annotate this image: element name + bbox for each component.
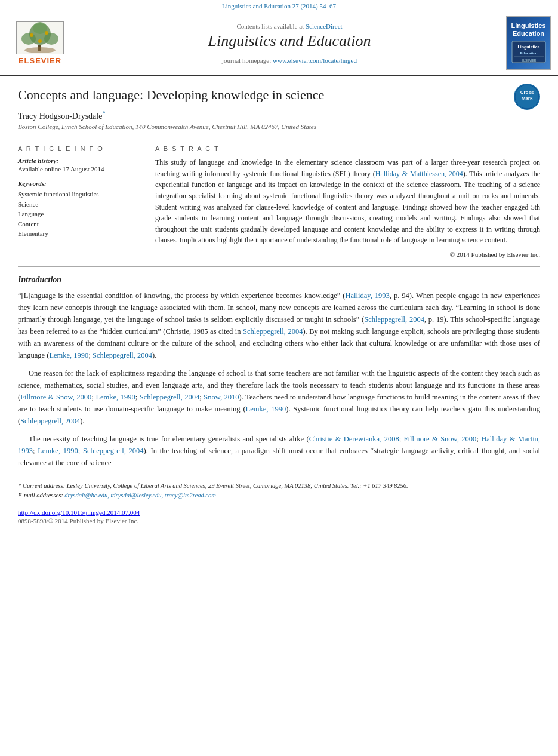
abstract-heading: A B S T R A C T: [155, 145, 540, 152]
abstract-column: A B S T R A C T This study of language a…: [143, 145, 540, 258]
keyword-item: Language: [18, 209, 134, 219]
available-online: Available online 17 August 2014: [18, 165, 134, 173]
ref-schleppegrell-2004a[interactable]: Schleppegrell, 2004: [364, 315, 424, 324]
email-links[interactable]: drysdalt@bc.edu, tdrysdal@lesley.edu, tr…: [64, 492, 215, 499]
section-divider: [18, 266, 540, 267]
article-history-label: Article history:: [18, 157, 134, 164]
introduction-heading: Introduction: [18, 275, 540, 285]
copyright-line: © 2014 Published by Elsevier Inc.: [155, 251, 540, 258]
svg-point-6: [45, 31, 48, 35]
svg-point-2: [21, 33, 36, 45]
contents-available-text: Contents lists available at: [236, 23, 304, 30]
sciencedirect-link-anchor[interactable]: ScienceDirect: [306, 23, 343, 30]
footnote-note: * Current address: Lesley University, Co…: [18, 483, 408, 489]
ref-lemke-1990a[interactable]: Lemke, 1990: [49, 351, 88, 359]
intro-para3: The necessity of teaching language is tr…: [18, 433, 540, 469]
ref-schleppegrell-2004c[interactable]: Schleppegrell, 2004: [93, 351, 152, 359]
footnote-area: * Current address: Lesley University, Co…: [0, 475, 558, 500]
ref-fillmore-snow-2000b[interactable]: Fillmore & Snow, 2000: [404, 435, 477, 443]
article-info-column: A R T I C L E I N F O Article history: A…: [18, 145, 143, 258]
author-name-text: Tracy Hodgson-Drysdale: [18, 111, 102, 120]
doi-anchor[interactable]: http://dx.doi.org/10.1016/j.linged.2014.…: [18, 509, 140, 516]
svg-text:ELSEVIER: ELSEVIER: [521, 59, 536, 62]
crossmark-circle: Cross Mark: [514, 84, 540, 110]
elsevier-wordmark: ELSEVIER: [19, 56, 61, 65]
abstract-body: This study of language and knowledge in …: [155, 158, 540, 244]
elsevier-logo: ELSEVIER: [7, 21, 73, 65]
email-label: E-mail addresses:: [18, 492, 63, 499]
svg-text:Education: Education: [520, 51, 537, 55]
volume-text: Linguistics and Education 27 (2014) 54–6…: [222, 2, 336, 10]
ref-halliday-1993[interactable]: Halliday, 1993: [346, 291, 390, 300]
keywords-label: Keywords:: [18, 180, 134, 187]
keyword-item: Science: [18, 199, 134, 210]
keyword-item: Content: [18, 219, 134, 229]
article-title: Concepts and language: Developing knowle…: [18, 87, 540, 104]
journal-volume-info: Linguistics and Education 27 (2014) 54–6…: [0, 0, 558, 11]
svg-text:Mark: Mark: [522, 96, 533, 101]
footnote-text: * Current address: Lesley University, Co…: [18, 481, 540, 500]
ref-snow-2010[interactable]: Snow, 2010: [204, 393, 239, 401]
svg-point-3: [44, 33, 58, 45]
abstract-text: This study of language and knowledge in …: [155, 157, 540, 246]
keywords-list: Systemic functional linguisticsScienceLa…: [18, 189, 134, 239]
keyword-item: Elementary: [18, 229, 134, 239]
cover-title: Linguistics Education: [511, 22, 545, 38]
ref-lemke-1990c[interactable]: Lemke, 1990: [246, 405, 286, 413]
ref-lemke-1990d[interactable]: Lemke, 1990: [38, 447, 78, 455]
issn-text: 0898-5898/© 2014 Published by Elsevier I…: [18, 517, 540, 524]
ref-schleppegrell-2004f[interactable]: Schleppegrell, 2004: [83, 447, 144, 455]
journal-center: Contents lists available at ScienceDirec…: [79, 23, 500, 64]
journal-homepage: journal homepage: www.elsevier.com/locat…: [85, 54, 494, 64]
svg-point-7: [38, 39, 42, 43]
intro-para2: One reason for the lack of explicitness …: [18, 367, 540, 427]
ref-schleppegrell-2004d[interactable]: Schleppegrell, 2004: [140, 393, 199, 401]
ref-schleppegrell-2004b[interactable]: Schleppegrell, 2004: [243, 327, 303, 336]
svg-text:Linguistics: Linguistics: [517, 45, 539, 50]
ref-lemke-1990b[interactable]: Lemke, 1990: [95, 393, 135, 401]
page-footer: http://dx.doi.org/10.1016/j.linged.2014.…: [0, 504, 558, 530]
keyword-item: Systemic functional linguistics: [18, 189, 134, 199]
author-name: Tracy Hodgson-Drysdale*: [18, 110, 540, 121]
ref-christie-derewianka-2008[interactable]: Christie & Derewianka, 2008: [309, 435, 399, 443]
crossmark-badge: Cross Mark: [514, 84, 540, 110]
two-col-section: A R T I C L E I N F O Article history: A…: [18, 139, 540, 258]
affiliation: Boston College, Lynch School of Educatio…: [18, 123, 540, 130]
elsevier-tree-image: [16, 21, 64, 54]
homepage-url[interactable]: www.elsevier.com/locate/linged: [273, 57, 357, 64]
ref-fillmore-snow-2000a[interactable]: Fillmore & Snow, 2000: [20, 393, 91, 401]
intro-para1: “[L]anguage is the essential condition o…: [18, 290, 540, 361]
sciencedirect-link: Contents lists available at ScienceDirec…: [85, 23, 494, 30]
journal-title-display: Linguistics and Education: [85, 32, 494, 50]
ref-schleppegrell-2004e[interactable]: Schleppegrell, 2004: [20, 417, 80, 425]
ref-halliday-matthiessen[interactable]: Halliday & Matthiessen, 2004: [375, 170, 463, 178]
author-sup: *: [102, 110, 105, 116]
body-area: Introduction “[L]anguage is the essentia…: [0, 275, 558, 469]
article-info-heading: A R T I C L E I N F O: [18, 145, 134, 152]
svg-point-8: [24, 47, 56, 53]
journal-cover-image: Linguistics Education Linguistics Educat…: [506, 16, 551, 70]
svg-text:Cross: Cross: [520, 90, 534, 95]
homepage-label: journal homepage:: [222, 57, 271, 64]
doi-link: http://dx.doi.org/10.1016/j.linged.2014.…: [18, 509, 540, 516]
article-area: Cross Mark Concepts and language: Develo…: [0, 76, 558, 258]
svg-point-5: [30, 33, 33, 37]
journal-header: ELSEVIER Contents lists available at Sci…: [0, 11, 558, 76]
